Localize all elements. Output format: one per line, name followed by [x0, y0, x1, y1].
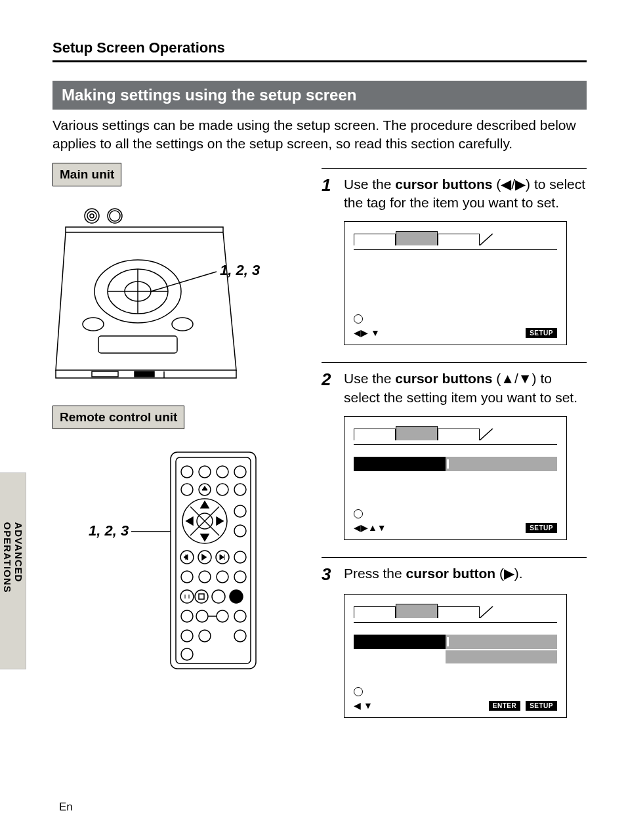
svg-point-6 [172, 318, 193, 331]
osd-tab [438, 429, 480, 440]
t: cursor buttons [395, 371, 492, 386]
svg-line-56 [480, 234, 493, 245]
setup-badge: SETUP [526, 701, 557, 711]
svg-point-22 [217, 466, 228, 478]
osd-screenshot-1: ◀▶ ▼ SETUP [344, 221, 567, 345]
setup-badge: SETUP [526, 523, 557, 533]
osd-foot-arrows: ◀▶ ▼ [354, 327, 380, 338]
svg-point-32 [234, 505, 246, 517]
main-unit-label: Main unit [52, 163, 121, 186]
osd-selected-item [354, 635, 446, 649]
svg-point-24 [181, 484, 193, 495]
svg-line-58 [480, 606, 493, 618]
svg-rect-8 [92, 371, 118, 377]
step-3: 3 Press the cursor button (▶). [322, 557, 587, 585]
svg-point-5 [83, 318, 104, 331]
svg-point-37 [234, 551, 246, 563]
osd-tab [438, 234, 480, 245]
svg-point-38 [181, 571, 193, 583]
leader-main-unit: 1, 2, 3 [220, 262, 260, 279]
enter-badge: ENTER [489, 701, 520, 711]
section-header: Setup Screen Operations [52, 39, 587, 56]
osd-tab-active [396, 604, 438, 618]
svg-rect-46 [199, 594, 204, 599]
osd-tab-active [396, 426, 438, 440]
svg-point-41 [234, 571, 246, 583]
t: (▲/▼) [492, 371, 536, 386]
step-text: Use the cursor buttons (▲/▼) to select t… [344, 369, 587, 407]
side-tab-text: ADVANCED OPERATIONS [2, 522, 24, 620]
t: cursor buttons [395, 177, 492, 192]
side-tab: ADVANCED OPERATIONS [0, 472, 26, 669]
svg-point-45 [230, 590, 243, 603]
svg-point-15 [110, 211, 120, 221]
osd-tab [354, 606, 396, 618]
svg-point-50 [217, 610, 228, 622]
osd-tab-slant [480, 429, 499, 440]
osd-tab [438, 606, 480, 618]
svg-point-20 [181, 466, 193, 478]
svg-point-47 [181, 610, 193, 622]
step-number: 1 [322, 175, 337, 213]
osd-foot-arrows: ◀▶▲▼ [354, 522, 386, 533]
svg-point-40 [217, 571, 228, 583]
svg-rect-9 [135, 371, 154, 377]
t: (▶). [495, 566, 523, 581]
osd-tab-slant [480, 234, 499, 245]
leader-line [131, 531, 171, 532]
svg-point-53 [199, 630, 211, 642]
svg-point-39 [199, 571, 211, 583]
osd-selected-item [354, 457, 446, 471]
t: Use the [344, 177, 395, 192]
svg-point-51 [234, 610, 246, 622]
svg-point-13 [90, 214, 94, 218]
title-bar: Making settings using the setup screen [52, 81, 587, 110]
remote-unit-label: Remote control unit [52, 406, 184, 429]
svg-point-44 [212, 590, 225, 603]
svg-point-33 [234, 525, 246, 537]
svg-line-16 [151, 272, 217, 291]
t: (◀/▶) [492, 177, 530, 192]
osd-selected-value [446, 635, 558, 649]
svg-point-25 [217, 484, 228, 495]
svg-point-54 [234, 630, 246, 642]
leader-remote: 1, 2, 3 [89, 522, 129, 539]
step-number: 2 [322, 369, 337, 407]
osd-option [446, 650, 558, 663]
svg-point-26 [234, 484, 246, 495]
svg-point-48 [196, 610, 208, 622]
osd-tab [354, 234, 396, 245]
svg-line-57 [480, 429, 493, 440]
osd-tab [354, 429, 396, 440]
main-unit-illustration [52, 193, 249, 390]
svg-rect-19 [176, 457, 251, 663]
osd-screenshot-3: ◀ ▼ ENTER SETUP [344, 594, 567, 718]
step-text: Press the cursor button (▶). [344, 564, 523, 585]
footer-language: En [59, 801, 73, 814]
t: Use the [344, 371, 395, 386]
osd-selected-value [446, 457, 558, 471]
step-number: 3 [322, 564, 337, 585]
setup-badge: SETUP [526, 328, 557, 338]
svg-point-55 [181, 648, 193, 660]
osd-screenshot-2: ◀▶▲▼ SETUP [344, 416, 567, 540]
svg-point-42 [180, 590, 194, 603]
t: cursor button [406, 566, 496, 581]
step-1: 1 Use the cursor buttons (◀/▶) to select… [322, 168, 587, 213]
osd-foot-arrows: ◀ ▼ [354, 700, 373, 711]
svg-rect-7 [98, 336, 177, 353]
step-text: Use the cursor buttons (◀/▶) to select t… [344, 175, 587, 213]
divider [52, 60, 587, 62]
osd-tab-active [396, 231, 438, 245]
svg-point-21 [199, 466, 211, 478]
intro-text: Various settings can be made using the s… [52, 116, 587, 154]
remote-illustration [164, 449, 262, 672]
t: Press the [344, 566, 406, 581]
svg-point-23 [234, 466, 246, 478]
osd-tab-slant [480, 606, 499, 618]
step-2: 2 Use the cursor buttons (▲/▼) to select… [322, 362, 587, 407]
svg-point-43 [195, 590, 208, 603]
svg-point-12 [87, 211, 96, 220]
svg-point-52 [181, 630, 193, 642]
